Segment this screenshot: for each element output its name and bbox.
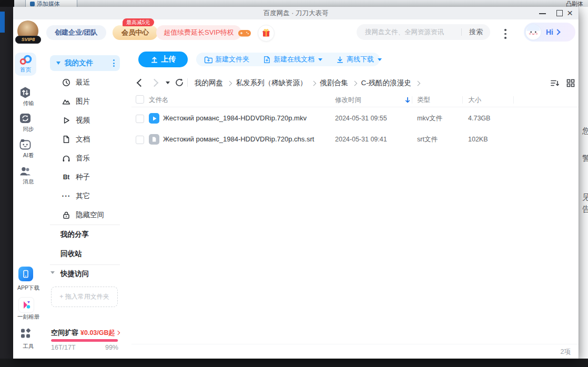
rail-item-messages[interactable] <box>19 165 32 180</box>
maximize-button[interactable] <box>556 10 563 16</box>
rail-label[interactable]: 工具 <box>13 343 44 350</box>
divider <box>131 107 579 107</box>
storage-upgrade-link[interactable]: 空间扩容 ¥0.03/GB起 <box>51 328 120 338</box>
chevron-down-icon[interactable] <box>50 271 55 274</box>
search-button[interactable]: 搜索 <box>462 27 490 37</box>
rail-label: 首页 <box>20 66 31 74</box>
background-app-toolbar: 添加媒体 凸刷体 <box>0 0 588 7</box>
edge-text-fragment: 警 <box>582 154 588 164</box>
breadcrumb-item[interactable]: 我的网盘 <box>195 78 223 88</box>
file-name[interactable]: Жестокий романс_1984-HDDVDRip.720p.chs.s… <box>163 129 314 150</box>
new-online-doc-button[interactable]: 新建在线文档 <box>263 55 322 64</box>
kebab-menu-icon[interactable] <box>113 59 115 67</box>
nav-item-other[interactable]: ··· 其它 <box>50 187 120 206</box>
sort-desc-icon[interactable] <box>405 96 410 106</box>
column-divider[interactable] <box>462 96 463 104</box>
rail-item-tools[interactable] <box>19 327 32 342</box>
storage-price: ¥0.03/GB起 <box>80 329 115 338</box>
column-header-name[interactable]: 文件名 <box>149 96 169 105</box>
nav-quick-access[interactable]: 快捷访问 <box>60 269 89 279</box>
folder-plus-icon <box>204 56 212 64</box>
nav-item-recent[interactable]: 最近 <box>50 73 120 92</box>
game-icon[interactable] <box>238 27 251 41</box>
back-button[interactable] <box>137 79 145 87</box>
refresh-button[interactable] <box>175 78 184 89</box>
rail-item-transfer[interactable] <box>19 86 32 101</box>
create-team-button[interactable]: 创建企业/团队 <box>46 25 106 40</box>
refresh-icon <box>175 78 184 87</box>
messages-icon <box>19 165 32 178</box>
more-menu-icon[interactable] <box>504 29 506 39</box>
background-left-strip <box>0 7 13 367</box>
minimize-button[interactable] <box>539 13 546 14</box>
chevron-right-icon <box>415 80 420 85</box>
nav-item-hidden-space[interactable]: 隐藏空间 <box>50 206 120 225</box>
new-folder-button[interactable]: 新建文件夹 <box>204 55 249 64</box>
chevron-down-icon[interactable] <box>56 62 60 65</box>
clock-icon <box>62 78 70 87</box>
phone-icon <box>21 269 31 279</box>
nav-item-music[interactable]: 音乐 <box>50 149 120 168</box>
add-media-button[interactable]: 添加媒体 <box>25 0 77 7</box>
history-dropdown-icon[interactable] <box>166 81 170 84</box>
breadcrumb-item[interactable]: C-残酷的浪漫史 <box>361 78 411 88</box>
nav-item-pictures[interactable]: 图片 <box>50 92 120 111</box>
search-bar[interactable]: 搜网盘文件、全网资源资讯 搜索 <box>357 24 490 40</box>
close-button[interactable]: × <box>567 7 573 19</box>
select-all-checkbox[interactable] <box>136 95 144 104</box>
rail-item-app-download[interactable] <box>18 267 33 281</box>
ai-assistant-button[interactable]: Hi <box>524 23 575 42</box>
subtitle-file-icon <box>149 134 159 145</box>
add-media-label: 添加媒体 <box>37 0 60 7</box>
nav-item-documents[interactable]: 文档 <box>50 130 120 149</box>
upload-button[interactable]: 上传 <box>138 52 188 67</box>
nav-my-share[interactable]: 我的分享 <box>60 230 89 239</box>
rail-item-photo-album[interactable] <box>18 297 34 313</box>
photo-album-icon <box>21 300 32 310</box>
nav-item-videos[interactable]: 视频 <box>50 111 120 130</box>
file-name[interactable]: Жестокий романс_1984-HDDVDRip.720p.mkv <box>163 108 307 129</box>
svip-renew-button[interactable]: 超值续费延长SVIP特权 <box>156 25 241 40</box>
rail-label[interactable]: APP下载 <box>13 284 44 292</box>
rail-label[interactable]: 一刻相册 <box>13 313 44 321</box>
background-blue-accent <box>0 12 5 33</box>
gift-icon[interactable] <box>258 25 275 42</box>
breadcrumb-item[interactable]: 私发系列（稀缺资源） <box>236 78 307 88</box>
column-divider[interactable] <box>412 96 412 104</box>
nav-item-torrents[interactable]: Bt 种子 <box>50 168 120 187</box>
sort-button[interactable] <box>550 78 560 90</box>
grid-view-button[interactable] <box>566 79 575 89</box>
folder-drop-zone[interactable]: + 拖入常用文件夹 <box>51 287 118 307</box>
member-center-button[interactable]: 会员中心 <box>113 25 158 40</box>
rail-item-ai-view[interactable] <box>19 138 32 153</box>
rail-label[interactable]: AI看 <box>13 152 44 159</box>
row-checkbox[interactable] <box>136 115 144 123</box>
forward-button[interactable] <box>150 79 159 87</box>
offline-download-button[interactable]: 离线下载 <box>336 55 382 64</box>
breadcrumb-item[interactable]: 俄剧合集 <box>320 78 348 88</box>
column-header-size[interactable]: 大小 <box>468 96 481 105</box>
search-input[interactable]: 搜网盘文件、全网资源资讯 <box>357 28 461 37</box>
nav-my-files-label: 我的文件 <box>65 58 113 68</box>
rail-label[interactable]: 传输 <box>13 100 44 107</box>
chevron-down-icon <box>318 58 322 61</box>
upload-icon <box>150 56 158 64</box>
rail-label[interactable]: 消息 <box>13 178 44 186</box>
download-icon <box>336 56 344 64</box>
rail-item-sync[interactable] <box>19 112 32 127</box>
ai-view-icon <box>19 138 32 151</box>
create-toolbar: 新建文件夹 新建在线文档 离线下载 <box>196 53 380 66</box>
column-header-modified[interactable]: 修改时间 <box>335 96 361 105</box>
video-file-icon <box>149 113 159 124</box>
column-divider[interactable] <box>513 96 514 104</box>
rail-label[interactable]: 同步 <box>13 126 44 133</box>
titlebar[interactable]: 百度网盘 · 刀刀大表哥 × <box>13 7 579 19</box>
nav-recycle-bin[interactable]: 回收站 <box>60 249 82 259</box>
media-icon <box>30 2 35 6</box>
column-header-type[interactable]: 类型 <box>417 96 430 105</box>
screen: 添加媒体 凸刷体 您 警 见 告 百度网盘 · 刀刀大表哥 × SVIP8 创建… <box>0 0 588 367</box>
nav-my-files[interactable]: 我的文件 <box>50 55 120 71</box>
assistant-label: Hi <box>546 28 553 36</box>
rail-item-home[interactable]: 首页 <box>15 53 36 76</box>
row-checkbox[interactable] <box>136 136 144 144</box>
